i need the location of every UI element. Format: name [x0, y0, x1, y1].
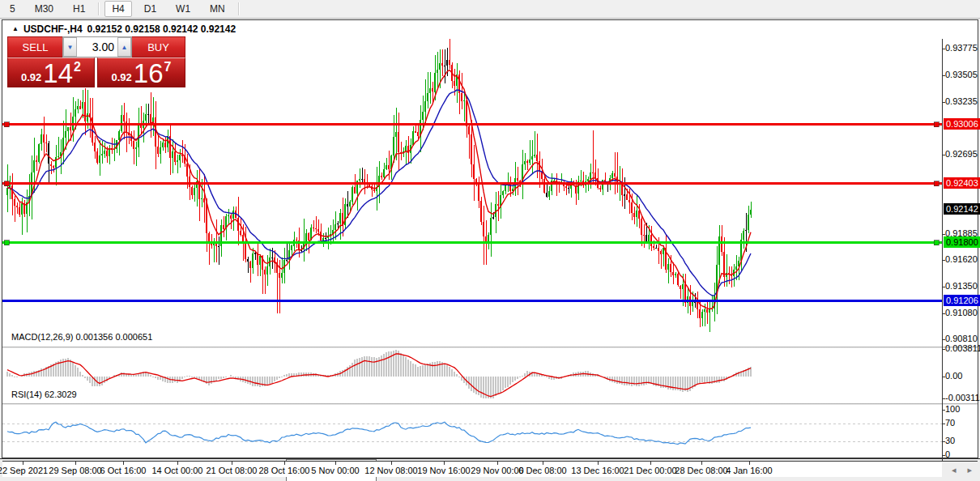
timeframe-button-h4[interactable]: H4: [104, 1, 131, 17]
time-tick-mark: [391, 462, 392, 465]
time-axis-label: 6 Oct 16:00: [100, 466, 147, 475]
rsi-pane: [2, 422, 942, 444]
price-line-label: 0.93006: [944, 118, 980, 130]
volume-stepper: ▼ ▲: [62, 36, 132, 57]
price-axis-tick: 0.90810: [945, 334, 978, 343]
time-axis-label: 6 Dec 08:00: [518, 466, 566, 475]
tab-scroll-left-icon[interactable]: ◂: [952, 465, 957, 475]
time-tick-mark: [335, 462, 336, 465]
timeframe-button-d1[interactable]: D1: [137, 1, 164, 17]
time-axis-label: 21 Oct 08:00: [207, 466, 258, 475]
buy-button[interactable]: BUY: [132, 36, 185, 57]
time-tick-mark: [650, 462, 651, 465]
macd-pane: [6, 350, 752, 399]
timeframe-button-h1[interactable]: H1: [66, 1, 92, 17]
price-axis-tick: -0.003115: [945, 393, 980, 402]
time-axis-label: 13 Dec 16:00: [571, 466, 624, 475]
chart-title: ▲ USDCHF-,H4 0.92152 0.92158 0.92142 0.9…: [12, 23, 236, 35]
time-axis-label: 21 Dec 00:00: [624, 466, 676, 475]
collapse-panel-icon[interactable]: ▲: [12, 25, 19, 32]
time-axis-label: 22 Sep 2021: [0, 466, 48, 475]
tab-scroll-right-icon[interactable]: ▸: [967, 465, 972, 475]
rsi-label: RSI(14) 62.3029: [11, 389, 77, 399]
time-axis-label: 5 Nov 00:00: [311, 466, 359, 475]
timeframe-button-5[interactable]: 5: [2, 1, 23, 17]
price-axis-tick: 0.91080: [945, 308, 978, 317]
time-tick-mark: [598, 462, 599, 465]
toolbar-separator: [238, 2, 239, 15]
time-axis-label: 29 Sep 08:00: [49, 466, 101, 475]
line-handle[interactable]: [934, 240, 939, 245]
timeframe-toolbar: 5M30H1H4D1W1MN: [0, 0, 980, 19]
price-axis-tick: 0.92695: [945, 149, 978, 159]
line-handle[interactable]: [4, 122, 9, 127]
sell-price-pip: 2: [74, 60, 81, 87]
price-axis-tick: 0.003811: [945, 343, 980, 353]
time-tick-mark: [284, 462, 285, 465]
price-line-label: 0.92142: [944, 203, 980, 215]
price-axis-tick: 70: [945, 418, 955, 428]
line-handle[interactable]: [934, 181, 939, 186]
time-tick-mark: [232, 462, 232, 465]
line-handle[interactable]: [934, 122, 939, 127]
time-axis-label: 28 Oct 16:00: [259, 466, 310, 475]
time-axis: 22 Sep 202129 Sep 08:006 Oct 16:0014 Oct…: [2, 462, 942, 477]
volume-decrease-button[interactable]: ▼: [63, 37, 77, 57]
time-tick-mark: [749, 462, 750, 465]
time-tick-mark: [23, 462, 23, 465]
price-axis-tick: 0: [945, 449, 950, 459]
buy-price-prefix: 0.92: [112, 71, 132, 87]
price-axis-tick: 0.93505: [945, 70, 978, 79]
price-axis-tick: 0.91350: [945, 281, 978, 291]
price-line-label: 0.92403: [944, 177, 980, 189]
sell-price-panel[interactable]: 0.92 14 2: [7, 57, 95, 87]
time-axis-label: 12 Nov 08:00: [364, 466, 417, 475]
time-axis-label: 19 Nov 16:00: [417, 466, 470, 475]
price-axis-tick: 0.91620: [945, 254, 978, 264]
rsi-line: [7, 422, 751, 444]
time-axis-label: 14 Oct 00:00: [152, 466, 203, 475]
time-tick-mark: [543, 462, 543, 465]
time-tick-mark: [444, 462, 445, 465]
price-axis-tick: 0.93775: [945, 43, 978, 53]
price-line-label: 0.91206: [944, 295, 980, 306]
date-axis-separator: [2, 461, 978, 462]
time-tick-mark: [75, 462, 76, 465]
price-chart-canvas[interactable]: [0, 39, 980, 461]
rsi-pane-separator[interactable]: [2, 403, 978, 405]
price-axis-tick: 0.00: [945, 371, 962, 381]
buy-price-pip: 7: [164, 60, 172, 87]
timeframe-button-w1[interactable]: W1: [168, 1, 198, 17]
price-axis-tick: 0.93235: [945, 96, 978, 106]
buy-price-main: 16: [132, 60, 164, 87]
tab-scroll-arrows: ◂ ▸: [952, 465, 980, 475]
volume-input[interactable]: [77, 37, 117, 57]
time-axis-label: 4 Jan 16:00: [726, 466, 773, 475]
volume-increase-button[interactable]: ▲: [117, 37, 131, 57]
symbol-period-label: USDCHF-,H4: [23, 23, 83, 35]
time-tick-mark: [177, 462, 178, 465]
sell-price-prefix: 0.92: [21, 71, 41, 87]
time-tick-mark: [497, 462, 498, 465]
chart-window: ▲ USDCHF-,H4 0.92152 0.92158 0.92142 0.9…: [0, 19, 980, 458]
sell-price-main: 14: [41, 60, 74, 87]
price-line-label: 0.91800: [944, 236, 980, 248]
time-tick-mark: [701, 462, 702, 465]
mt4-terminal: 5M30H1H4D1W1MN ▲ USDCHF-,H4 0.92152 0.92…: [0, 0, 980, 481]
sell-button[interactable]: SELL: [7, 36, 62, 57]
buy-price-panel[interactable]: 0.92 16 7: [97, 57, 185, 87]
timeframe-button-mn[interactable]: MN: [202, 1, 232, 17]
one-click-trading-panel: SELL ▼ ▲ BUY 0.92 14 2 0.92: [7, 36, 185, 87]
line-handle[interactable]: [4, 240, 9, 245]
macd-pane-separator[interactable]: [2, 347, 978, 348]
time-tick-mark: [123, 462, 124, 465]
price-axis-tick: 100: [945, 404, 960, 414]
macd-label: MACD(12,26,9) 0.001356 0.000651: [11, 332, 152, 342]
toolbar-separator: [98, 2, 99, 15]
line-handle[interactable]: [4, 181, 9, 186]
price-axis-tick: 30: [945, 436, 955, 445]
time-axis-label: 29 Nov 00:00: [471, 466, 523, 475]
ohlc-values: 0.92152 0.92158 0.92142 0.92142: [87, 23, 236, 35]
time-axis-label: 28 Dec 08:00: [675, 466, 727, 475]
timeframe-button-m30[interactable]: M30: [28, 1, 61, 17]
